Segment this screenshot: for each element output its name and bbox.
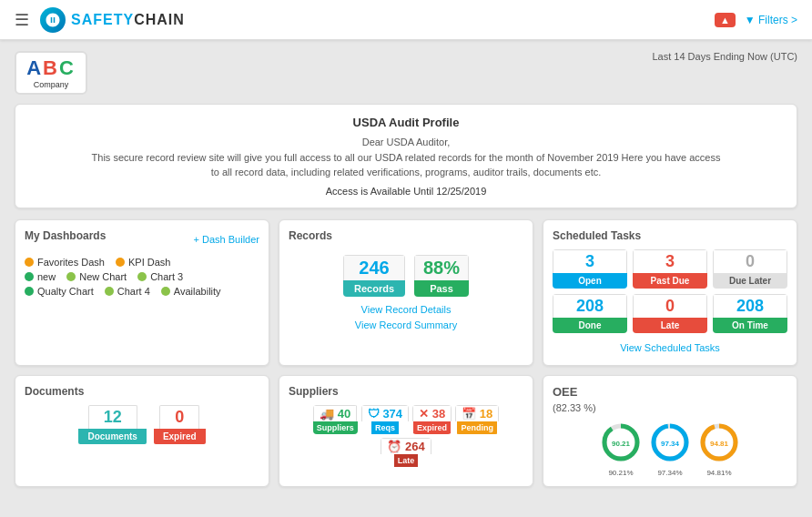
doc-expired-box: 0 Expired <box>154 405 206 444</box>
dash-item-new[interactable]: new <box>25 271 56 282</box>
documents-card: Documents 12 Documents 0 Expired <box>15 375 269 487</box>
dot-icon <box>25 287 34 296</box>
dash-item-chart4[interactable]: Chart 4 <box>105 286 150 297</box>
oee-gauge-3: 94.81 94.81% <box>697 421 741 477</box>
task-ontime: 208 On Time <box>713 294 787 333</box>
task-late-label: Late <box>633 318 707 333</box>
date-info: Last 14 Days Ending Now (UTC) <box>652 51 797 62</box>
view-record-details-link[interactable]: View Record Details <box>355 302 457 319</box>
task-duelater: 0 Due Later <box>713 249 787 289</box>
records-card: Records 246 Records 88% Pass View Record… <box>279 219 533 367</box>
dash-item-favorites[interactable]: Favorites Dash <box>25 257 105 268</box>
dash-item-chart3[interactable]: Chart 3 <box>137 271 183 282</box>
records-label: Records <box>343 280 405 297</box>
doc-count-box: 12 Documents <box>78 405 146 444</box>
scheduled-tasks-title: Scheduled Tasks <box>553 229 787 242</box>
view-scheduled-tasks-link[interactable]: View Scheduled Tasks <box>553 340 787 357</box>
company-letters: ABC <box>26 56 76 80</box>
suppliers-card: Suppliers 🚚 40 Suppliers 🛡 374 Reqs ✕ 38… <box>279 375 533 487</box>
doc-stats: 12 Documents 0 Expired <box>25 405 259 444</box>
task-duelater-num: 0 <box>713 249 787 273</box>
sup-pending-num: 📅 18 <box>455 405 499 421</box>
records-title: Records <box>289 229 523 242</box>
dash-row-3: Qualty Chart Chart 4 Availability <box>25 286 259 297</box>
audit-banner-body: Dear USDA Auditor, This secure record re… <box>34 135 778 180</box>
doc-expired: 0 <box>159 405 199 429</box>
suppliers-stats: 🚚 40 Suppliers 🛡 374 Reqs ✕ 38 Expired 📅… <box>289 405 523 467</box>
view-record-summary-link[interactable]: View Record Summary <box>355 318 457 334</box>
oee-gauge-1-svg: 90.21 <box>599 421 643 464</box>
oee-card: OEE (82.33 %) 90.21 90.21% <box>543 375 797 487</box>
sup-pending-label: Pending <box>457 421 497 434</box>
header-row: ABC Company Last 14 Days Ending Now (UTC… <box>15 51 797 95</box>
dash-item-kpi[interactable]: KPI Dash <box>116 257 170 268</box>
task-open-num: 3 <box>553 249 627 273</box>
top-nav: ☰ SAFETYCHAIN ▲ ▼ Filters > <box>0 0 812 40</box>
task-ontime-label: On Time <box>713 318 787 333</box>
documents-title: Documents <box>25 385 259 398</box>
task-done-num: 208 <box>553 294 627 318</box>
tasks-grid: 3 Open 3 Past Due 0 Due Later 208 Done 0 <box>553 249 787 333</box>
sup-reqs-num: 🛡 374 <box>361 405 409 421</box>
dash-item-availability[interactable]: Availability <box>161 286 221 297</box>
hamburger-icon[interactable]: ☰ <box>15 10 29 30</box>
sup-expired: ✕ 38 Expired <box>412 405 452 434</box>
oee-gauge-2: 97.34 97.34% <box>648 421 692 477</box>
brand-logo-icon <box>40 7 66 33</box>
oee-title: OEE <box>553 385 787 399</box>
add-dash-button[interactable]: + Dash Builder <box>194 234 259 245</box>
task-ontime-num: 208 <box>713 294 787 318</box>
sup-reqs: 🛡 374 Reqs <box>361 405 409 434</box>
oee-gauge-3-label: 94.81% <box>697 469 741 477</box>
brand-name: SAFETYCHAIN <box>71 12 185 28</box>
sup-suppliers: 🚚 40 Suppliers <box>313 405 358 434</box>
dash-item-quality-chart[interactable]: Qualty Chart <box>25 286 94 297</box>
oee-pct: (82.33 %) <box>553 402 787 413</box>
task-pastdue-num: 3 <box>633 249 707 273</box>
dot-icon <box>66 272 76 281</box>
oee-gauges: 90.21 90.21% 97.34 97.34% <box>553 421 787 477</box>
scheduled-tasks-card: Scheduled Tasks 3 Open 3 Past Due 0 Due … <box>543 219 797 367</box>
dash-item-new-chart[interactable]: New Chart <box>66 271 127 282</box>
sup-expired-num: ✕ 38 <box>412 405 452 421</box>
oee-gauge-3-svg: 94.81 <box>697 421 741 464</box>
main-content: ABC Company Last 14 Days Ending Now (UTC… <box>0 40 812 517</box>
doc-count: 12 <box>88 405 137 429</box>
company-logo: ABC Company <box>15 51 87 95</box>
task-duelater-label: Due Later <box>713 273 787 289</box>
doc-label: Documents <box>78 429 146 444</box>
nav-left: ☰ SAFETYCHAIN <box>15 7 185 33</box>
dash-header: My Dashboards + Dash Builder <box>25 229 259 249</box>
svg-text:94.81: 94.81 <box>710 440 729 448</box>
doc-expired-label: Expired <box>154 429 206 444</box>
records-count: 246 <box>343 255 405 280</box>
oee-gauge-1: 90.21 90.21% <box>599 421 643 477</box>
records-pct-label: Pass <box>414 280 469 297</box>
sup-late-num: ⏰ 264 <box>381 438 431 454</box>
sup-pending: 📅 18 Pending <box>455 405 499 434</box>
sup-suppliers-label: Suppliers <box>313 421 358 434</box>
task-late: 0 Late <box>633 294 707 333</box>
sup-late-label: Late <box>394 454 419 467</box>
filters-button[interactable]: ▼ Filters > <box>745 14 797 26</box>
sup-suppliers-num: 🚚 40 <box>313 405 357 421</box>
records-count-box: 246 Records <box>343 255 405 297</box>
task-late-num: 0 <box>633 294 707 318</box>
dot-icon <box>105 287 114 296</box>
task-done: 208 Done <box>553 294 627 333</box>
dash-row-1: Favorites Dash KPI Dash <box>25 257 259 268</box>
alert-icon[interactable]: ▲ <box>715 13 736 27</box>
audit-banner: USDA Audit Profile Dear USDA Auditor, Th… <box>15 104 797 208</box>
oee-gauge-1-label: 90.21% <box>599 469 643 477</box>
tasks-link: View Scheduled Tasks <box>553 340 787 357</box>
oee-gauge-2-svg: 97.34 <box>648 421 692 464</box>
audit-banner-title: USDA Audit Profile <box>34 116 778 129</box>
sup-expired-label: Expired <box>413 421 451 434</box>
suppliers-title: Suppliers <box>289 385 523 398</box>
bottom-grid: Documents 12 Documents 0 Expired Supplie… <box>15 375 797 487</box>
records-stats: 246 Records 88% Pass <box>343 255 469 297</box>
task-done-label: Done <box>553 318 627 333</box>
audit-banner-access: Access is Available Until 12/25/2019 <box>34 186 778 197</box>
svg-text:97.34: 97.34 <box>661 440 680 448</box>
task-open-label: Open <box>553 273 627 289</box>
